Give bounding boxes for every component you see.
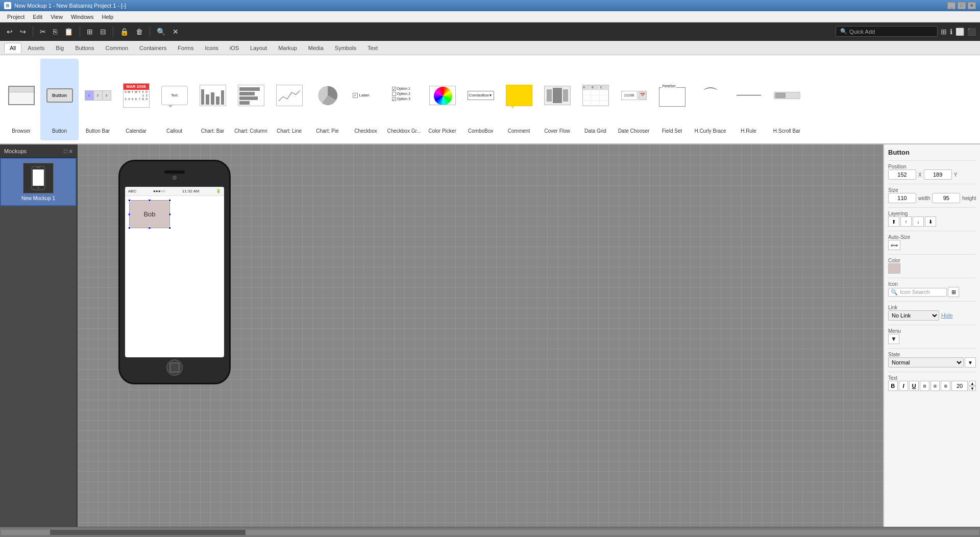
align-left-button[interactable]: ≡ (920, 381, 929, 391)
tab-assets[interactable]: Assets (22, 43, 50, 53)
zoom-out-button[interactable]: ✕ (170, 26, 181, 37)
resize-handle-tr[interactable] (168, 199, 171, 202)
scroll-track[interactable] (1, 530, 979, 535)
zoom-in-button[interactable]: 🔍 (154, 26, 168, 37)
link-select[interactable]: No Link (888, 310, 939, 321)
component-field-set[interactable]: Field Set (653, 59, 691, 140)
autosize-button[interactable]: ⟺ (888, 240, 900, 250)
group-button[interactable]: ⊞ (84, 26, 95, 37)
format-bold-button[interactable]: B (888, 381, 898, 391)
menu-windows[interactable]: Windows (67, 13, 98, 21)
component-button-bar[interactable]: 1 2 3 Button Bar (79, 59, 117, 140)
tab-layout[interactable]: Layout (245, 43, 272, 53)
resize-handle-bm[interactable] (149, 227, 151, 229)
tab-icons[interactable]: Icons (200, 43, 223, 53)
align-center-button[interactable]: ≡ (930, 381, 940, 391)
menu-view[interactable]: View (46, 13, 67, 21)
tab-ios[interactable]: iOS (225, 43, 244, 53)
bottom-scrollbar[interactable] (0, 527, 980, 537)
maximize-button[interactable]: □ (958, 2, 966, 9)
size-width-input[interactable] (888, 193, 916, 203)
icon-search-extra-button[interactable]: ⊞ (948, 287, 959, 297)
undo-button[interactable]: ↩ (4, 26, 15, 37)
close-button[interactable]: ✕ (968, 2, 976, 9)
menu-edit[interactable]: Edit (29, 13, 46, 21)
layer-front-button[interactable]: ⬆ (888, 216, 899, 227)
resize-handle-tl[interactable] (128, 199, 131, 202)
position-x-input[interactable] (888, 169, 916, 180)
lock-button[interactable]: 🔒 (117, 26, 131, 37)
copy-button[interactable]: ⎘ (51, 26, 60, 37)
resize-handle-ml[interactable] (128, 213, 131, 215)
format-italic-button[interactable]: I (899, 381, 909, 391)
toolbar-icon-btn-4[interactable]: ⬛ (967, 28, 976, 36)
quick-add-input[interactable]: 🔍 Quick Add (836, 26, 938, 37)
icon-search-box[interactable]: 🔍 Icon Search (888, 288, 947, 297)
layer-backward-button[interactable]: ↓ (913, 216, 924, 227)
layer-forward-button[interactable]: ↑ (900, 216, 912, 227)
scroll-thumb[interactable] (50, 530, 246, 535)
tab-forms[interactable]: Forms (173, 43, 199, 53)
resize-handle-tm[interactable] (149, 199, 151, 202)
component-h-scroll-bar[interactable]: H.Scroll Bar (768, 59, 806, 140)
tab-all[interactable]: All (4, 43, 21, 53)
format-underline-button[interactable]: U (909, 381, 919, 391)
component-checkbox-grid[interactable]: ✓Option 1 Option 2 ✓Option 3 Checkbox Gr… (385, 59, 423, 140)
component-data-grid[interactable]: ABC Data Grid (576, 59, 615, 140)
toolbar-icon-btn-1[interactable]: ⊞ (941, 28, 947, 36)
redo-button[interactable]: ↪ (17, 26, 29, 37)
component-comment[interactable]: Comment (500, 59, 538, 140)
position-y-input[interactable] (924, 169, 952, 180)
component-callout[interactable]: Text Callout (155, 59, 193, 140)
tab-text[interactable]: Text (362, 43, 383, 53)
toolbar-icon-btn-2[interactable]: ℹ (950, 28, 952, 36)
mockup-item[interactable]: New Mockup 1 (0, 158, 77, 206)
tab-markup[interactable]: Markup (273, 43, 302, 53)
state-select[interactable]: Normal (888, 357, 964, 368)
component-chart-line[interactable]: Chart: Line (270, 59, 308, 140)
ungroup-button[interactable]: ⊟ (97, 26, 109, 37)
minimize-button[interactable]: _ (947, 2, 955, 9)
menu-project[interactable]: Project (3, 13, 29, 21)
resize-handle-mr[interactable] (168, 213, 171, 215)
component-h-curly-brace[interactable]: ⌒ H.Curly Brace (691, 59, 729, 140)
component-browser[interactable]: Browser (2, 59, 40, 140)
component-date-chooser[interactable]: 1/1/08 📅 Date Chooser (615, 59, 653, 140)
tab-symbols[interactable]: Symbols (330, 43, 361, 53)
component-chart-pie[interactable]: Chart: Pie (308, 59, 347, 140)
canvas-area[interactable]: ABC ●●●○○ 11:32 AM 🔋 Bob (78, 144, 883, 527)
component-h-rule[interactable]: H.Rule (729, 59, 768, 140)
layer-back-button[interactable]: ⬇ (925, 216, 936, 227)
toolbar-icon-btn-3[interactable]: ⬜ (955, 28, 964, 36)
list-icon[interactable]: ≡ (69, 148, 72, 154)
component-button[interactable]: Button Button (40, 59, 79, 140)
cut-button[interactable]: ✂ (37, 26, 48, 37)
tab-buttons[interactable]: Buttons (70, 43, 99, 53)
component-chart-column[interactable]: Chart: Column (232, 59, 270, 140)
component-chart-bar[interactable]: Chart: Bar (193, 59, 232, 140)
resize-handle-bl[interactable] (128, 227, 131, 229)
tab-common[interactable]: Common (100, 43, 133, 53)
align-right-button[interactable]: ≡ (941, 381, 950, 391)
size-height-input[interactable] (932, 193, 960, 203)
font-size-input[interactable] (951, 381, 968, 391)
component-checkbox[interactable]: ✓ Label Checkbox (347, 59, 385, 140)
tab-containers[interactable]: Containers (134, 43, 172, 53)
resize-handle-br[interactable] (168, 227, 171, 229)
state-arrow-button[interactable]: ▼ (965, 357, 976, 368)
new-mockup-icon[interactable]: □ (64, 148, 67, 154)
font-size-down-button[interactable]: ▼ (969, 386, 976, 391)
component-combobox[interactable]: ComboBox ▼ ComboBox (461, 59, 500, 140)
menu-dropdown[interactable]: ▼ (888, 334, 899, 344)
font-size-up-button[interactable]: ▲ (969, 381, 976, 386)
tab-big[interactable]: Big (51, 43, 69, 53)
color-swatch[interactable] (888, 263, 900, 274)
delete-button[interactable]: 🗑 (133, 26, 145, 37)
menu-help[interactable]: Help (98, 13, 118, 21)
component-color-picker[interactable]: Color Picker (423, 59, 461, 140)
hide-button[interactable]: Hide (941, 312, 953, 319)
component-calendar[interactable]: MAR 2008 SMTWTFS 12 3456789 Calendar (117, 59, 155, 140)
component-cover-flow[interactable]: Cover Flow (538, 59, 576, 140)
paste-button[interactable]: 📋 (62, 26, 76, 37)
button-widget[interactable]: Bob (129, 200, 170, 228)
